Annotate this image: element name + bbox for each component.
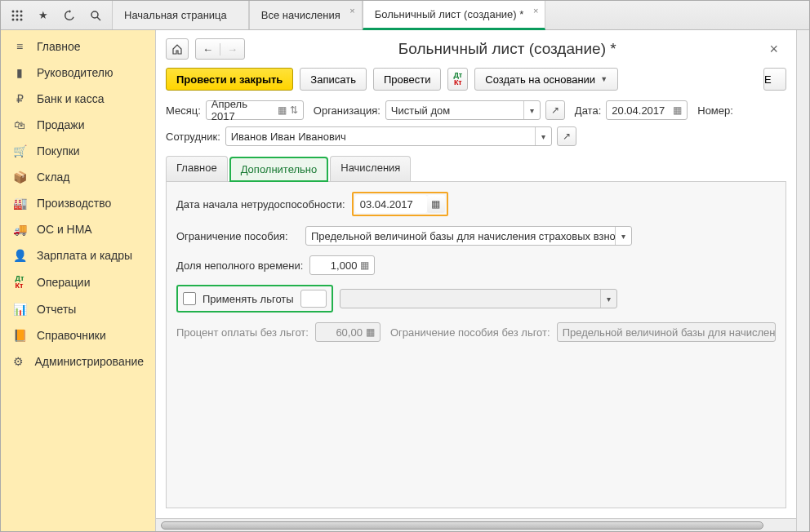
form-body: Дата начала нетрудоспособности: 03.04.20… <box>166 182 786 508</box>
post-button[interactable]: Провести <box>373 68 442 91</box>
sidebar-item-stock[interactable]: 📦Склад <box>1 164 155 190</box>
sidebar: ≡Главное ▮Руководителю ₽Банк и касса 🛍Пр… <box>1 30 156 531</box>
sidebar-item-production[interactable]: 🏭Производство <box>1 190 155 216</box>
chevron-down-icon[interactable]: ▾ <box>523 101 540 119</box>
month-label: Месяц: <box>166 104 201 117</box>
forward-icon[interactable]: → <box>220 43 244 55</box>
truck-icon: 🚚 <box>12 223 27 236</box>
dtkt-icon: ДтКт <box>12 275 27 290</box>
save-button[interactable]: Записать <box>300 68 367 91</box>
limit2-input: Предельной величиной базы для начисления… <box>557 322 776 342</box>
chevron-down-icon[interactable]: ▾ <box>535 127 551 145</box>
chevron-down-icon[interactable]: ▾ <box>615 227 631 245</box>
sidebar-item-purchases[interactable]: 🛒Покупки <box>1 138 155 164</box>
svg-point-6 <box>12 18 15 20</box>
apply-benefits-label: Применять льготы <box>202 293 294 305</box>
sidebar-item-bank[interactable]: ₽Банк и касса <box>1 86 155 112</box>
svg-point-9 <box>91 11 98 18</box>
paypct-label: Процент оплаты без льгот: <box>176 326 309 339</box>
apps-icon[interactable] <box>6 4 29 27</box>
tab-main[interactable]: Главное <box>166 156 228 181</box>
parttime-input[interactable]: 1,000▦ <box>309 255 375 275</box>
tab-accruals[interactable]: Начисления <box>330 156 411 181</box>
paypct-input: 60,00▦ <box>315 322 381 342</box>
date-label: Дата: <box>575 104 601 117</box>
close-icon[interactable]: × <box>349 6 354 16</box>
sidebar-item-operations[interactable]: ДтКтОперации <box>1 268 155 296</box>
benefit-limit-label: Ограничение пособия: <box>176 230 299 242</box>
svg-line-10 <box>97 17 100 20</box>
chevron-down-icon[interactable]: ▾ <box>600 290 616 308</box>
search-icon[interactable] <box>84 4 107 27</box>
disability-start-label: Дата начала нетрудоспособности: <box>176 198 345 211</box>
calendar-icon[interactable]: ▦ <box>278 104 287 116</box>
tab-all-accruals[interactable]: Все начисления× <box>249 1 363 29</box>
org-input[interactable]: Чистый дом▾ <box>385 100 541 120</box>
top-tab-bar: ★ Начальная страница Все начисления× Бол… <box>1 1 809 30</box>
favorite-icon[interactable]: ★ <box>32 4 55 27</box>
benefit-code-input[interactable] <box>300 290 327 308</box>
book-icon: 📙 <box>12 329 27 342</box>
svg-point-4 <box>16 14 19 16</box>
open-employee-button[interactable]: ↗ <box>557 126 576 146</box>
horizontal-scrollbar[interactable] <box>156 518 796 531</box>
employee-input[interactable]: Иванов Иван Иванович▾ <box>225 126 552 146</box>
tab-extra[interactable]: Дополнительно <box>229 157 329 182</box>
bag-icon: 🛍 <box>12 118 27 131</box>
home-button[interactable] <box>166 38 189 60</box>
sidebar-item-main[interactable]: ≡Главное <box>1 33 155 60</box>
create-on-basis-button[interactable]: Создать на основании▼ <box>474 68 618 91</box>
sidebar-item-manager[interactable]: ▮Руководителю <box>1 60 155 86</box>
chart-icon: 📊 <box>12 303 27 316</box>
sidebar-item-catalogs[interactable]: 📙Справочники <box>1 322 155 348</box>
menu-icon: ≡ <box>12 40 27 53</box>
open-org-button[interactable]: ↗ <box>545 100 565 120</box>
svg-point-8 <box>20 18 23 20</box>
briefcase-icon: ▮ <box>12 66 27 79</box>
document-toolbar: Провести и закрыть Записать Провести ДтК… <box>156 60 796 97</box>
tab-sick-leave[interactable]: Больничный лист (создание) *× <box>363 1 546 30</box>
close-icon[interactable]: × <box>533 6 538 16</box>
history-icon[interactable] <box>58 4 81 27</box>
dtkt-button[interactable]: ДтКт <box>447 68 468 91</box>
gear-icon: ⚙ <box>12 355 25 368</box>
number-label: Номер: <box>697 104 733 117</box>
employee-label: Сотрудник: <box>166 131 220 143</box>
calendar-icon[interactable]: ▦ <box>427 195 445 213</box>
stepper-icon[interactable]: ⇅ <box>290 104 298 116</box>
sidebar-item-reports[interactable]: 📊Отчеты <box>1 296 155 322</box>
org-label: Организация: <box>314 104 381 117</box>
benefit-select[interactable]: ▾ <box>340 289 617 308</box>
sidebar-item-sales[interactable]: 🛍Продажи <box>1 112 155 138</box>
svg-point-3 <box>12 14 15 16</box>
calculator-icon: ▦ <box>366 326 375 338</box>
box-icon: 📦 <box>12 171 27 184</box>
svg-point-0 <box>12 10 15 12</box>
back-icon[interactable]: ← <box>196 43 220 55</box>
svg-point-7 <box>16 18 19 20</box>
post-and-close-button[interactable]: Провести и закрыть <box>166 68 293 91</box>
svg-point-2 <box>20 10 23 12</box>
page-title: Больничный лист (создание) * <box>251 40 763 58</box>
ruble-icon: ₽ <box>12 92 27 105</box>
limit2-label: Ограничение пособия без льгот: <box>390 326 550 339</box>
date-input[interactable]: 20.04.2017▦ <box>606 100 688 120</box>
sidebar-item-assets[interactable]: 🚚ОС и НМА <box>1 216 155 242</box>
cart-icon: 🛒 <box>12 144 27 157</box>
nav-back-forward[interactable]: ←→ <box>195 38 245 60</box>
sidebar-item-admin[interactable]: ⚙Администрирование <box>1 348 155 375</box>
calendar-icon[interactable]: ▦ <box>673 104 682 116</box>
form-tabs: Главное Дополнительно Начисления <box>166 156 786 182</box>
close-document-icon[interactable]: × <box>769 41 778 58</box>
disability-start-input[interactable]: 03.04.2017 <box>355 195 427 213</box>
parttime-label: Доля неполного времени: <box>176 259 303 272</box>
benefit-limit-input[interactable]: Предельной величиной базы для начисления… <box>305 226 632 246</box>
tab-home[interactable]: Начальная страница <box>112 1 249 29</box>
month-input[interactable]: Апрель 2017▦⇅ <box>206 100 304 120</box>
sidebar-item-hr[interactable]: 👤Зарплата и кадры <box>1 242 155 268</box>
more-button[interactable]: Е <box>763 68 786 91</box>
apply-benefits-checkbox[interactable] <box>183 292 196 305</box>
person-icon: 👤 <box>12 249 27 262</box>
calculator-icon[interactable]: ▦ <box>360 259 369 271</box>
vertical-scrollbar[interactable] <box>796 30 809 531</box>
